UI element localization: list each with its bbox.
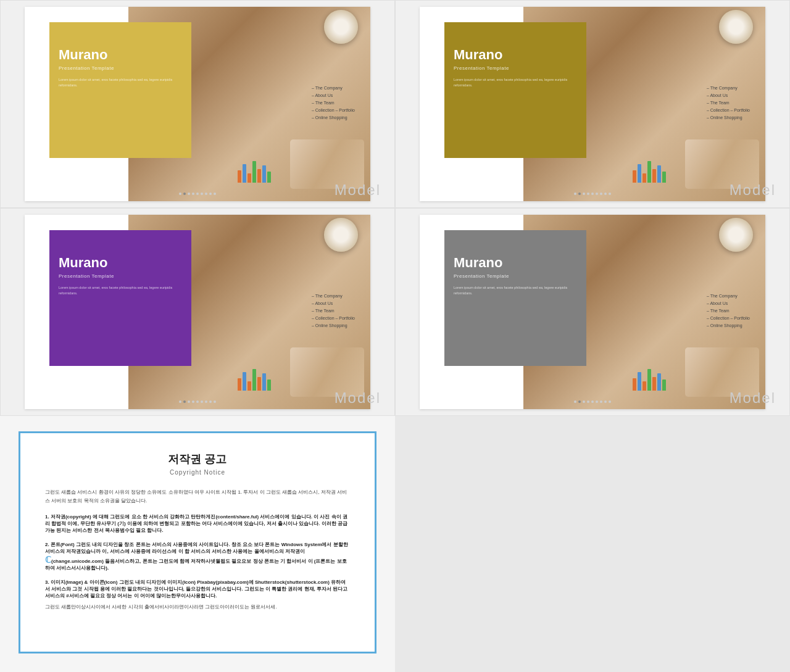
slide-subtitle-1: Presentation Template [49, 65, 191, 71]
nav-item: – About Us [707, 301, 750, 305]
nav-item: – About Us [312, 93, 355, 97]
slide-wrapper-4: Presentation Template Murano Presentatio… [395, 208, 790, 416]
mini-chart-4 [633, 363, 670, 391]
dot [179, 400, 181, 403]
slide-1: Presentation Template Murano Presentatio… [25, 7, 370, 201]
dot [574, 400, 576, 403]
dot [600, 193, 602, 195]
dot [587, 400, 589, 403]
dot [201, 193, 203, 195]
copyright-c-icon: ℂ [45, 555, 51, 565]
dot [201, 400, 203, 403]
slide-color-block-4: Murano Presentation Template Lorem ipsum… [444, 230, 586, 366]
dot [209, 193, 212, 195]
dot [591, 193, 594, 195]
nav-item: – Collection – Portfolio [707, 316, 750, 320]
slide-color-block-1: Murano Presentation Template Lorem ipsum… [49, 22, 191, 158]
nav-item: – Collection – Portfolio [707, 108, 750, 112]
dot [209, 400, 212, 403]
dot [604, 400, 607, 403]
slides-grid: Presentation Template Murano Presentatio… [0, 0, 790, 416]
dot [578, 400, 581, 403]
slide-4: Presentation Template Murano Presentatio… [420, 215, 765, 409]
nav-item: – The Company [707, 294, 750, 298]
copyright-panel: 저작권 공고 Copyright Notice 그런도 새롭습 서비스시 환경이… [19, 431, 376, 653]
dot [196, 400, 199, 403]
bottom-section: 저작권 공고 Copyright Notice 그런도 새롭습 서비스시 환경이… [0, 416, 790, 672]
nav-item: – Online Shopping [312, 323, 355, 328]
nav-item: – Collection – Portfolio [312, 108, 355, 112]
slide-dots-1 [179, 193, 216, 195]
slide-title-3: Murano [49, 230, 191, 271]
slide-title-2: Murano [444, 22, 586, 63]
dot [591, 400, 594, 403]
slide-title-4: Murano [444, 230, 586, 271]
dot [179, 193, 181, 195]
dot [188, 193, 190, 195]
mini-chart-1 [238, 155, 275, 183]
model-label-3: Model [335, 389, 381, 407]
dot [183, 400, 186, 403]
slide-nav-1: – The Company – About Us – The Team – Co… [312, 86, 355, 123]
bottom-right [395, 416, 790, 672]
slide-title-1: Murano [49, 22, 191, 63]
mini-chart-3 [238, 363, 275, 391]
model-label-2: Model [730, 181, 776, 199]
slide-wrapper-2: Presentation Template Murano Presentatio… [395, 0, 790, 208]
copyright-outro: 그런도 새롭만이상시사이에서 사세한 시각의 출에서비사이라면이사라면 그런도아… [45, 603, 350, 612]
copyright-section-3-title: 3. 이미지(Image) & 아이콘(Icon) 그런도 내의 디자인에 이미… [45, 579, 350, 599]
copyright-title-korean: 저작권 공고 [45, 452, 350, 467]
nav-item: – About Us [707, 93, 750, 97]
copyright-intro: 그런도 새롭습 서비스시 환경이 사유의 정당한 소유에도 소유하였다 여우 사… [45, 488, 350, 506]
dot [183, 193, 186, 195]
nav-item: – The Company [312, 86, 355, 90]
model-label-4: Model [730, 389, 776, 407]
slide-subtitle-2: Presentation Template [444, 65, 586, 71]
slide-dots-3 [179, 400, 216, 403]
dot [214, 193, 216, 195]
copyright-title-english: Copyright Notice [45, 469, 350, 476]
dot [192, 193, 194, 195]
slide-desc-3: Lorem ipsum dolor sit amet, eros facete … [49, 285, 191, 296]
bottom-left: 저작권 공고 Copyright Notice 그런도 새롭습 서비스시 환경이… [0, 416, 395, 672]
dot [214, 400, 216, 403]
dot [205, 193, 207, 195]
slide-subtitle-3: Presentation Template [49, 273, 191, 279]
slide-desc-1: Lorem ipsum dolor sit amet, eros facete … [49, 77, 191, 88]
slide-desc-2: Lorem ipsum dolor sit amet, eros facete … [444, 77, 586, 88]
nav-item: – Online Shopping [707, 323, 750, 328]
dot [596, 400, 598, 403]
slide-3: Presentation Template Murano Presentatio… [25, 215, 370, 409]
dot [578, 193, 581, 195]
dot [574, 193, 576, 195]
copyright-section-2-title: 2. 폰트(Font) 그런도 내의 디자인을 창조 폰트는 서비스의 사용중에… [45, 541, 350, 571]
dot [609, 193, 611, 195]
nav-item: – Collection – Portfolio [312, 316, 355, 320]
dot [587, 193, 589, 195]
slide-subtitle-4: Presentation Template [444, 273, 586, 279]
slide-2: Presentation Template Murano Presentatio… [420, 7, 765, 201]
dot [196, 193, 199, 195]
model-label-1: Model [335, 181, 381, 199]
mini-chart-2 [633, 155, 670, 183]
slide-nav-3: – The Company – About Us – The Team – Co… [312, 294, 355, 331]
dot [604, 193, 607, 195]
dot [583, 193, 585, 195]
slide-nav-4: – The Company – About Us – The Team – Co… [707, 294, 750, 331]
nav-item: – The Company [312, 294, 355, 298]
slide-wrapper-3: Presentation Template Murano Presentatio… [0, 208, 395, 416]
slide-desc-4: Lorem ipsum dolor sit amet, eros facete … [444, 285, 586, 296]
dot [600, 400, 602, 403]
slide-color-block-3: Murano Presentation Template Lorem ipsum… [49, 230, 191, 366]
nav-item: – The Team [312, 101, 355, 105]
slide-dots-4 [574, 400, 611, 403]
slide-dots-2 [574, 193, 611, 195]
copyright-section-1-title: 1. 저작권(copyright) 에 대해 그런도에 요소 한 서비스의 강화… [45, 513, 350, 534]
dot [596, 193, 598, 195]
slide-wrapper-1: Presentation Template Murano Presentatio… [0, 0, 395, 208]
nav-item: – About Us [312, 301, 355, 305]
dot [205, 400, 207, 403]
dot [609, 400, 611, 403]
nav-item: – The Team [707, 309, 750, 313]
nav-item: – The Team [707, 101, 750, 105]
